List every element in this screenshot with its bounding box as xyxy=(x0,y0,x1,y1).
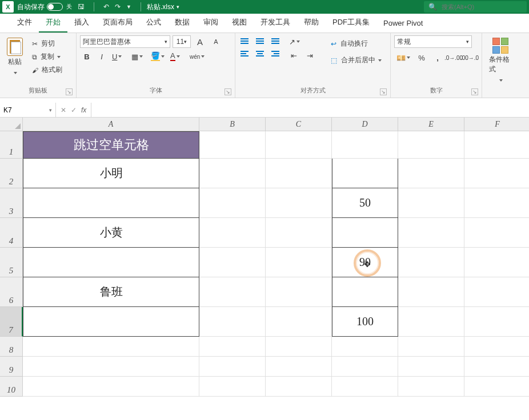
wrap-text-button[interactable]: 自动换行 xyxy=(328,38,384,50)
cell-D6[interactable] xyxy=(332,277,398,307)
phonetic-button[interactable]: wén xyxy=(187,50,206,63)
tab-view[interactable]: 视图 xyxy=(225,13,254,33)
cell[interactable] xyxy=(464,307,529,337)
cell[interactable] xyxy=(332,337,398,357)
fill-color-button[interactable]: 🪣 xyxy=(149,50,167,63)
italic-button[interactable]: I xyxy=(95,50,109,63)
tab-review[interactable]: 审阅 xyxy=(197,13,225,33)
column-header-E[interactable]: E xyxy=(398,118,464,131)
cut-button[interactable]: 剪切 xyxy=(30,38,65,50)
font-color-button[interactable]: A xyxy=(168,50,186,63)
row-header-3[interactable]: 3 xyxy=(0,188,23,218)
cell[interactable] xyxy=(464,357,529,377)
cell[interactable] xyxy=(199,218,266,248)
row-header-8[interactable]: 8 xyxy=(0,337,23,357)
cell-D5[interactable]: 90 xyxy=(332,248,398,277)
tab-developer[interactable]: 开发工具 xyxy=(254,13,297,33)
increase-indent-button[interactable]: ⇥ xyxy=(303,49,316,62)
cell[interactable] xyxy=(398,218,464,248)
cell[interactable] xyxy=(266,248,332,277)
cell[interactable] xyxy=(199,131,266,159)
name-box[interactable]: K7▾ xyxy=(0,103,56,117)
row-header-9[interactable]: 9 xyxy=(0,357,23,377)
cell[interactable] xyxy=(23,337,199,357)
worksheet-grid[interactable]: ABCDEF 12345678910 跳过空单元格小明小黄鲁班5090100 ✥ xyxy=(0,118,529,420)
insert-function-icon[interactable]: fx xyxy=(81,106,86,114)
select-all-corner[interactable] xyxy=(0,118,23,131)
cell[interactable] xyxy=(464,377,529,397)
font-size-select[interactable]: 11▾ xyxy=(173,35,191,48)
cell[interactable] xyxy=(398,377,464,397)
orientation-button[interactable]: ↗ xyxy=(287,35,305,48)
cell-A2[interactable]: 小明 xyxy=(23,159,199,188)
align-left-button[interactable] xyxy=(239,48,251,59)
cell[interactable] xyxy=(199,159,266,188)
cell-D2[interactable] xyxy=(332,159,398,188)
increase-font-icon[interactable]: A xyxy=(193,35,207,48)
cell[interactable] xyxy=(266,307,332,337)
number-launcher[interactable]: ↘ xyxy=(471,88,478,95)
font-launcher[interactable]: ↘ xyxy=(225,88,231,95)
cell[interactable] xyxy=(332,377,398,397)
cell[interactable] xyxy=(266,277,332,307)
merge-center-button[interactable]: 合并后居中 xyxy=(328,54,384,66)
row-header-1[interactable]: 1 xyxy=(0,131,23,159)
redo-icon[interactable]: ↷ xyxy=(115,3,121,11)
cell[interactable] xyxy=(464,277,529,307)
clipboard-launcher[interactable]: ↘ xyxy=(66,88,73,95)
column-header-C[interactable]: C xyxy=(266,118,332,131)
cell-D4[interactable] xyxy=(332,218,398,248)
decrease-decimal-button[interactable]: .00→.0 xyxy=(463,51,476,64)
cell[interactable] xyxy=(398,337,464,357)
tab-formulas[interactable]: 公式 xyxy=(139,13,168,33)
align-center-button[interactable] xyxy=(254,48,266,59)
format-painter-button[interactable]: 格式刷 xyxy=(30,64,65,76)
search-box[interactable]: 🔍 xyxy=(424,1,527,13)
cell[interactable] xyxy=(23,377,199,397)
column-header-F[interactable]: F xyxy=(464,118,529,131)
cell[interactable] xyxy=(464,337,529,357)
cell[interactable] xyxy=(464,159,529,188)
cell-A4[interactable]: 小黄 xyxy=(23,218,199,248)
cell[interactable] xyxy=(199,307,266,337)
cell[interactable] xyxy=(398,277,464,307)
bold-button[interactable]: B xyxy=(80,50,94,63)
conditional-formatting-button[interactable]: 条件格式 xyxy=(486,35,515,80)
cell-A5[interactable] xyxy=(23,248,199,277)
formula-bar[interactable] xyxy=(91,103,529,117)
decrease-indent-button[interactable]: ⇤ xyxy=(287,49,300,62)
tab-data[interactable]: 数据 xyxy=(168,13,197,33)
tab-file[interactable]: 文件 xyxy=(10,13,39,33)
alignment-launcher[interactable]: ↘ xyxy=(380,88,387,95)
undo-icon[interactable]: ↶ xyxy=(103,3,109,11)
cell[interactable] xyxy=(266,377,332,397)
filename[interactable]: 粘贴.xlsx xyxy=(147,2,174,12)
tab-insert[interactable]: 插入 xyxy=(67,13,96,33)
number-format-select[interactable]: 常规▾ xyxy=(394,35,472,48)
cell[interactable] xyxy=(266,337,332,357)
accounting-format-button[interactable]: 💴 xyxy=(394,51,412,64)
cell[interactable] xyxy=(398,357,464,377)
qat-dropdown-icon[interactable]: ▼ xyxy=(126,4,131,10)
border-button[interactable]: ▦ xyxy=(129,50,147,63)
column-header-D[interactable]: D xyxy=(332,118,398,131)
cancel-formula-icon[interactable]: ✕ xyxy=(61,106,66,114)
cell[interactable] xyxy=(266,218,332,248)
paste-button[interactable]: 粘贴 xyxy=(3,35,26,72)
row-header-2[interactable]: 2 xyxy=(0,159,23,188)
align-middle-button[interactable] xyxy=(254,35,266,47)
cell[interactable] xyxy=(266,131,332,159)
underline-button[interactable]: U xyxy=(110,50,128,63)
tab-home[interactable]: 开始 xyxy=(39,13,67,33)
cell[interactable] xyxy=(266,188,332,218)
comma-format-button[interactable]: , xyxy=(431,51,444,64)
column-header-B[interactable]: B xyxy=(199,118,266,131)
cell[interactable] xyxy=(199,188,266,218)
cell[interactable] xyxy=(266,357,332,377)
row-header-5[interactable]: 5 xyxy=(0,248,23,277)
cell[interactable] xyxy=(199,277,266,307)
cell[interactable] xyxy=(398,188,464,218)
percent-format-button[interactable]: % xyxy=(415,51,428,64)
align-top-button[interactable] xyxy=(239,35,251,47)
align-right-button[interactable] xyxy=(268,48,281,59)
